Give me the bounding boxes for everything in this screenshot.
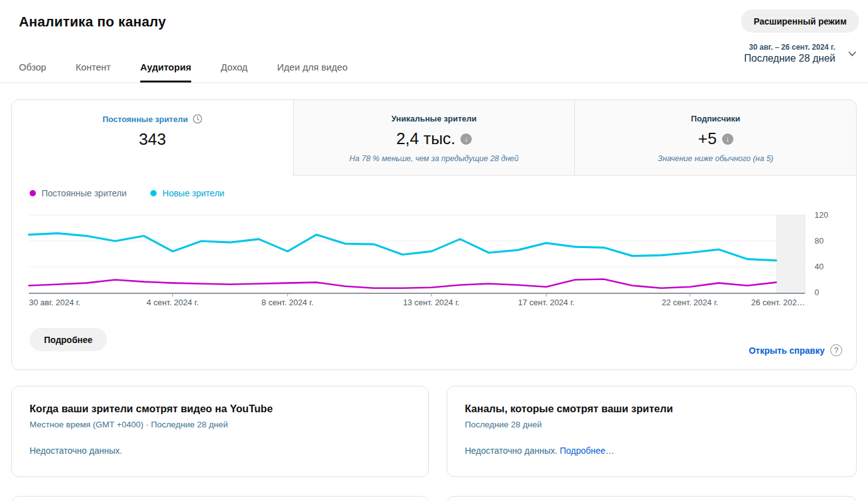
chevron-down-icon: [845, 47, 859, 60]
date-range-texts: 30 авг. – 26 сент. 2024 г. Последние 28 …: [744, 43, 835, 64]
metric-label: Уникальные зрители: [391, 114, 476, 123]
page-header: Аналитика по каналу Расширенный режим Об…: [0, 0, 868, 83]
metric-label: Подписчики: [691, 114, 740, 123]
channels-watched-card: Каналы, которые смотрят ваши зрители Пос…: [447, 386, 857, 477]
legend-item[interactable]: Новые зрители: [150, 188, 225, 198]
partial-card: [447, 496, 857, 501]
audience-line-chart[interactable]: [19, 208, 831, 304]
audience-analytics-card: Постоянные зрители 343 Уникальные зрител…: [11, 99, 857, 370]
tab-overview[interactable]: Обзор: [19, 62, 46, 82]
see-more-button[interactable]: Подробнее: [30, 328, 107, 351]
learn-more-link[interactable]: Подробнее…: [560, 446, 615, 456]
legend-label: Постоянные зрители: [42, 188, 126, 198]
arrow-down-badge-icon: ↓: [460, 133, 472, 145]
metric-note: На 78 % меньше, чем за предыдущие 28 дне…: [350, 154, 519, 163]
clock-icon: [192, 114, 203, 124]
metric-label: Постоянные зрители: [103, 115, 188, 124]
tab-content[interactable]: Контент: [75, 62, 111, 82]
metric-value: 2,4 тыс.: [396, 129, 455, 149]
x-axis-label: 13 сент. 2024 г.: [403, 298, 460, 307]
card-title: Когда ваши зрители смотрят видео на YouT…: [30, 403, 411, 415]
y-axis-label: 0: [815, 288, 842, 297]
arrow-down-badge-icon: ↓: [722, 133, 733, 145]
metric-value: +5: [698, 129, 717, 149]
main-tabs: Обзор Контент Аудитория Доход Идеи для в…: [19, 62, 348, 82]
tab-audience[interactable]: Аудитория: [140, 62, 191, 82]
x-axis-label: 26 сент. 202…: [751, 298, 804, 307]
tab-video-ideas[interactable]: Идеи для видео: [277, 62, 348, 82]
legend-item[interactable]: Постоянные зрители: [30, 188, 126, 198]
metric-tab-returning-viewers[interactable]: Постоянные зрители 343: [12, 100, 293, 176]
watch-time-card: Когда ваши зрители смотрят видео на YouT…: [11, 386, 429, 477]
x-axis-label: 22 сент. 2024 г.: [662, 298, 718, 307]
metric-tabs: Постоянные зрители 343 Уникальные зрител…: [12, 100, 856, 176]
open-help-link[interactable]: Открыть справку ?: [748, 344, 842, 356]
date-range-picker[interactable]: 30 авг. – 26 сент. 2024 г. Последние 28 …: [744, 43, 859, 64]
metric-value: 343: [139, 130, 166, 149]
metric-tab-unique-viewers[interactable]: Уникальные зрители 2,4 тыс. ↓ На 78 % ме…: [293, 100, 575, 176]
card-subtitle: Местное время (GMT +0400) · Последние 28…: [30, 420, 411, 429]
legend-label: Новые зрители: [162, 188, 225, 198]
y-axis-label: 40: [815, 262, 842, 271]
partial-card: [11, 496, 429, 501]
x-axis-label: 4 сент. 2024 г.: [147, 298, 199, 307]
chart-legend: Постоянные зрителиНовые зрители: [30, 188, 225, 198]
card-subtitle: Последние 28 дней: [465, 420, 838, 429]
y-axis-label: 120: [815, 210, 842, 220]
legend-dot-icon: [150, 190, 157, 196]
date-range-value: 30 авг. – 26 сент. 2024 г.: [744, 43, 835, 52]
metric-tab-subscribers[interactable]: Подписчики +5 ↓ Значение ниже обычного (…: [574, 100, 856, 176]
page-title: Аналитика по каналу: [19, 14, 166, 30]
tab-revenue[interactable]: Доход: [221, 62, 248, 82]
date-preset-label: Последние 28 дней: [744, 53, 835, 64]
x-axis-label: 8 сент. 2024 г.: [262, 298, 314, 307]
x-axis-label: 30 авг. 2024 г.: [29, 298, 81, 307]
advanced-mode-button[interactable]: Расширенный режим: [741, 9, 859, 33]
card-message: Недостаточно данных.: [30, 446, 411, 456]
card-message: Недостаточно данных. Подробнее…: [465, 446, 838, 456]
x-axis-label: 17 сент. 2024 г.: [518, 298, 574, 307]
question-mark-icon: ?: [830, 344, 842, 356]
metric-note: Значение ниже обычного (на 5): [658, 154, 774, 163]
legend-dot-icon: [30, 190, 36, 196]
card-title: Каналы, которые смотрят ваши зрители: [465, 403, 838, 415]
y-axis-label: 80: [815, 236, 842, 245]
